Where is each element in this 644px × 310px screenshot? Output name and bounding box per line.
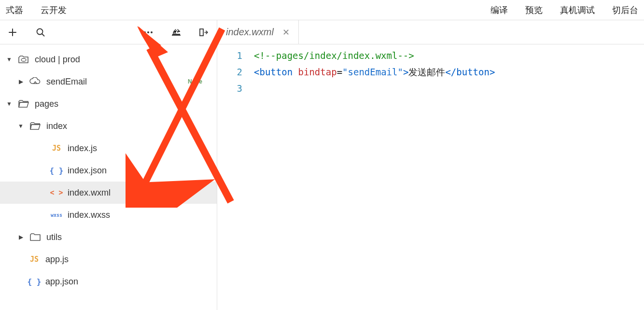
code-string: " — [397, 67, 403, 77]
cloud-function-icon — [29, 77, 42, 86]
cloud-folder-icon — [17, 55, 30, 64]
code-bracket: > — [490, 67, 495, 77]
code-eq: = — [337, 67, 342, 77]
tree-file-index-wxss[interactable]: wxss index.wxss — [0, 204, 217, 226]
folder-open-icon — [29, 122, 42, 130]
code-text: 发送邮件 — [408, 67, 445, 77]
chevron-down-icon: ▼ — [17, 123, 24, 129]
top-menu-bar: 式器 云开发 编译 预览 真机调试 切后台 — [0, 0, 644, 20]
tree-file-index-js[interactable]: JS index.js — [0, 137, 217, 159]
more-icon[interactable] — [142, 27, 154, 38]
tree-folder-cloud[interactable]: ▼ cloud | prod — [0, 48, 217, 70]
line-number: 1 — [217, 47, 242, 64]
editor-area: index.wxml ✕ 1 2 3 <!--pages/index/index… — [217, 20, 644, 310]
code-bracket: < — [254, 67, 259, 77]
search-icon[interactable] — [35, 27, 46, 38]
line-number-gutter: 1 2 3 — [217, 47, 254, 310]
tab-index-wxml[interactable]: index.wxml ✕ — [217, 20, 299, 44]
tree-label: index.wxml — [68, 188, 111, 198]
wxss-file-icon: wxss — [50, 212, 63, 218]
tree-file-app-json[interactable]: { } app.json — [0, 270, 217, 293]
tree-file-app-js[interactable]: JS app.js — [0, 248, 217, 270]
new-file-icon[interactable] — [7, 27, 18, 38]
tree-label: utils — [46, 232, 62, 242]
editor-tabs: index.wxml ✕ — [217, 20, 644, 44]
chevron-right-icon: ▶ — [17, 234, 24, 240]
code-bracket: </ — [445, 67, 456, 77]
tree-label: index.json — [68, 166, 107, 176]
tree-label: index — [46, 121, 67, 131]
tree-file-index-wxml[interactable]: < > index.wxml — [0, 182, 217, 204]
svg-point-2 — [147, 31, 149, 33]
svg-point-5 — [21, 58, 26, 61]
menu-item-background[interactable]: 切后台 — [610, 2, 640, 18]
code-string: " — [342, 67, 348, 77]
nodejs-badge: Node — [188, 78, 202, 85]
tree-label: cloud | prod — [35, 55, 80, 65]
json-file-icon: { } — [50, 166, 63, 175]
tree-label: app.json — [45, 277, 78, 287]
tree-label: index.js — [68, 143, 97, 154]
menu-item-debugger[interactable]: 式器 — [4, 2, 25, 18]
chevron-right-icon: ▶ — [17, 78, 24, 85]
tree-folder-pages[interactable]: ▼ pages — [0, 93, 217, 115]
svg-point-0 — [37, 28, 43, 34]
file-tree: ▼ cloud | prod ▶ sendEmail Node ▼ — [0, 44, 217, 296]
folder-closed-icon — [29, 233, 42, 241]
tree-folder-utils[interactable]: ▶ utils — [0, 226, 217, 248]
wxml-file-icon: < > — [50, 188, 63, 197]
chevron-down-icon: ▼ — [6, 100, 13, 107]
sidebar-toolbar — [0, 20, 217, 44]
code-string: sendEmail — [348, 67, 398, 77]
tree-file-index-json[interactable]: { } index.json — [0, 159, 217, 182]
tree-label: pages — [35, 99, 58, 109]
code-tag: button — [259, 67, 293, 77]
line-number: 3 — [217, 80, 242, 97]
tree-label: index.wxss — [68, 210, 110, 220]
code-space — [293, 67, 298, 77]
js-file-icon: JS — [50, 144, 63, 153]
file-explorer-sidebar: ▼ cloud | prod ▶ sendEmail Node ▼ — [0, 20, 217, 310]
svg-point-3 — [151, 31, 153, 33]
code-comment: <!--pages/index/index.wxml--> — [254, 50, 414, 61]
code-content: <!--pages/index/index.wxml--> <button bi… — [254, 47, 644, 310]
close-icon[interactable]: ✕ — [282, 27, 290, 38]
tree-folder-sendemail[interactable]: ▶ sendEmail Node — [0, 70, 217, 93]
menu-item-cloud-dev[interactable]: 云开发 — [39, 2, 69, 18]
code-tag: button — [456, 67, 490, 77]
menu-item-preview[interactable]: 预览 — [523, 2, 545, 18]
menu-item-remote-debug[interactable]: 真机调试 — [558, 2, 597, 18]
line-number: 2 — [217, 64, 242, 80]
split-panel-icon[interactable] — [198, 27, 210, 38]
menu-item-compile[interactable]: 编译 — [489, 2, 510, 18]
folder-open-icon — [17, 99, 30, 108]
json-file-icon: { } — [28, 277, 41, 286]
code-editor[interactable]: 1 2 3 <!--pages/index/index.wxml--> <but… — [217, 44, 644, 310]
tree-label: app.js — [45, 254, 69, 265]
tree-folder-index[interactable]: ▼ index — [0, 115, 217, 137]
code-bracket: > — [403, 67, 408, 77]
chevron-down-icon: ▼ — [6, 56, 13, 63]
tab-label: index.wxml — [226, 27, 274, 38]
js-file-icon: JS — [28, 255, 41, 264]
svg-point-1 — [144, 31, 146, 33]
svg-rect-4 — [200, 29, 203, 36]
tree-label: sendEmail — [46, 77, 87, 87]
code-attr: bindtap — [298, 67, 337, 77]
collapse-icon[interactable] — [170, 27, 182, 38]
